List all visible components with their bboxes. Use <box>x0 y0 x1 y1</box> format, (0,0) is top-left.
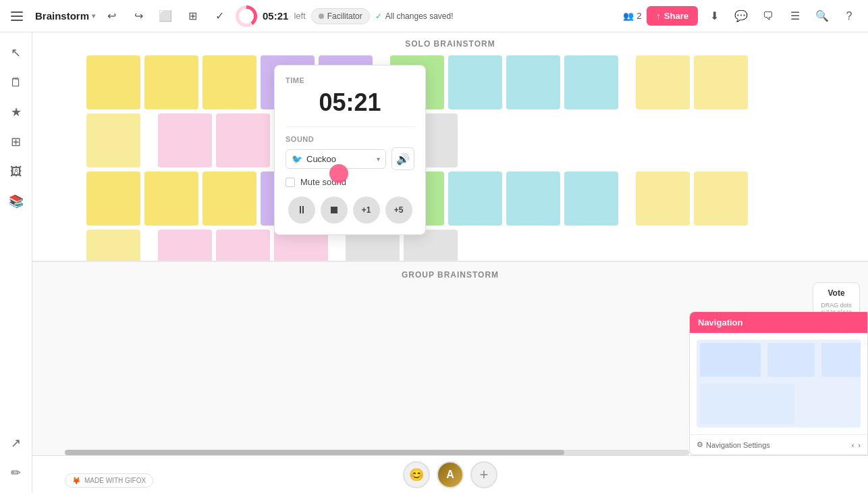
chevron-down-icon: ▾ <box>377 155 380 163</box>
saved-label: All changes saved! <box>385 11 454 21</box>
timer-display: 05:21 <box>263 10 288 22</box>
cursor-indicator <box>329 164 348 183</box>
pause-button[interactable]: ⏸ <box>288 197 315 224</box>
horizontal-scrollbar[interactable] <box>65 450 689 455</box>
timer-left-label: left <box>294 11 305 21</box>
sidebar-grid-tool[interactable]: ⊞ <box>4 130 28 154</box>
users-icon: 👥 <box>623 11 634 21</box>
sticky-note[interactable] <box>144 172 198 226</box>
sticky-note[interactable] <box>564 55 618 109</box>
popup-divider <box>286 126 414 127</box>
nav-panel-body <box>690 333 867 434</box>
nav-arrow-left[interactable]: ‹ <box>852 441 855 449</box>
sidebar: ↖ 🗒 ★ ⊞ 🖼 📚 ↗ ✏ <box>0 32 32 493</box>
download-button[interactable]: ⬇ <box>703 5 725 27</box>
mute-checkbox-row: Mute sound <box>286 177 414 187</box>
gifox-label: MADE WITH GIFOX <box>84 477 146 484</box>
list-button[interactable]: ☰ <box>784 5 806 27</box>
sidebar-cursor-tool[interactable]: ↖ <box>4 41 28 65</box>
zoom-button[interactable]: 🔍 <box>811 5 833 27</box>
sidebar-image-tool[interactable]: 🖼 <box>4 159 28 184</box>
sticky-note[interactable] <box>86 230 140 262</box>
sticky-note[interactable] <box>564 172 618 226</box>
sticky-note[interactable] <box>144 55 198 109</box>
sticky-note[interactable] <box>86 55 140 109</box>
sticky-note[interactable] <box>158 230 212 262</box>
template-button[interactable]: ⊞ <box>182 5 203 27</box>
emoji-icon: 😊 <box>409 467 424 482</box>
sticky-note[interactable] <box>694 55 748 109</box>
volume-button[interactable]: 🔊 <box>391 147 414 170</box>
timer-popup: Time 05:21 Sound 🐦 Cuckoo ▾ 🔊 Mute sound… <box>274 65 426 235</box>
pause-icon: ⏸ <box>296 204 307 216</box>
gifox-icon: 🦊 <box>72 477 80 484</box>
sticky-note[interactable] <box>636 55 690 109</box>
users-button[interactable]: 👥 2 <box>623 11 641 21</box>
sticky-note[interactable] <box>202 172 256 226</box>
add5-label: +5 <box>394 205 404 215</box>
scrollbar-thumb[interactable] <box>65 450 564 455</box>
nav-arrow-right[interactable]: › <box>858 441 861 449</box>
sticky-note[interactable] <box>506 55 560 109</box>
bird-icon: 🐦 <box>292 154 302 164</box>
sticky-note[interactable] <box>448 172 502 226</box>
chat-button[interactable]: 🗨 <box>757 5 779 27</box>
undo-button[interactable]: ↩ <box>101 5 122 27</box>
sidebar-export-tool[interactable]: ↗ <box>4 431 28 455</box>
sticky-note[interactable] <box>86 113 140 167</box>
gear-icon: ⚙ <box>697 440 703 449</box>
nav-panel-header: Navigation <box>690 312 867 333</box>
add-one-minute-button[interactable]: +1 <box>353 197 380 224</box>
sticky-note[interactable] <box>202 55 256 109</box>
share-label: Share <box>664 11 688 21</box>
toolbar: Brainstorm ▾ ↩ ↪ ⬜ ⊞ ✓ 05:21 left Facili… <box>0 0 868 32</box>
nav-mini-canvas[interactable] <box>697 340 861 427</box>
add-five-minutes-button[interactable]: +5 <box>385 197 412 224</box>
sticky-note[interactable] <box>636 172 690 226</box>
main-content: SOLO BRAINSTORM <box>32 32 868 493</box>
facilitator-badge[interactable]: Facilitator <box>311 8 370 24</box>
bottom-bar: 😊 A + <box>32 455 868 493</box>
workspace-name[interactable]: Brainstorm ▾ <box>35 10 95 22</box>
sticky-note[interactable] <box>158 113 212 167</box>
workspace-title: Brainstorm <box>35 10 89 22</box>
sticky-note[interactable] <box>448 55 502 109</box>
nav-settings-button[interactable]: ⚙ Navigation Settings <box>697 440 770 449</box>
time-section-label: Time <box>286 76 414 84</box>
toolbar-left: Brainstorm ▾ ↩ ↪ ⬜ ⊞ ✓ 05:21 left Facili… <box>8 5 618 27</box>
sticky-note[interactable] <box>86 172 140 226</box>
app-menu-button[interactable] <box>8 5 30 27</box>
add-user-button[interactable]: + <box>470 461 497 488</box>
help-button[interactable]: ? <box>838 5 860 27</box>
share-button[interactable]: ↑ Share <box>647 6 698 26</box>
sound-option-label: Cuckoo <box>306 154 336 164</box>
redo-button[interactable]: ↪ <box>128 5 149 27</box>
popup-timer-display: 05:21 <box>286 88 414 117</box>
emoji-button[interactable]: 😊 <box>403 461 430 488</box>
sidebar-library-tool[interactable]: 📚 <box>4 189 28 213</box>
sticky-note[interactable] <box>506 172 560 226</box>
sidebar-sticky-tool[interactable]: 🗒 <box>4 70 28 95</box>
stop-button[interactable]: ⏹ <box>321 197 348 224</box>
check-button[interactable]: ✓ <box>209 5 230 27</box>
sticky-note[interactable] <box>694 172 748 226</box>
comment-button[interactable]: 💬 <box>730 5 752 27</box>
solo-sticky-grid-row2 <box>32 172 868 262</box>
sticky-note[interactable] <box>216 113 270 167</box>
sidebar-pen-tool[interactable]: ✏ <box>4 461 28 485</box>
workspace-chevron: ▾ <box>92 12 95 20</box>
sticky-note[interactable] <box>216 230 270 262</box>
user-avatar[interactable]: A <box>437 461 464 488</box>
check-icon: ✓ <box>375 11 382 21</box>
sound-section-label: Sound <box>286 135 414 143</box>
mute-checkbox[interactable] <box>286 178 295 187</box>
plus-icon: + <box>480 466 489 484</box>
group-section-title: GROUP BRAINSTORM <box>32 262 868 285</box>
solo-section-title: SOLO BRAINSTORM <box>32 32 868 55</box>
sidebar-star-tool[interactable]: ★ <box>4 100 28 124</box>
add1-label: +1 <box>362 205 371 215</box>
frame-button[interactable]: ⬜ <box>155 5 176 27</box>
toolbar-right: 👥 2 ↑ Share ⬇ 💬 🗨 ☰ 🔍 ? <box>623 5 860 27</box>
solo-section: SOLO BRAINSTORM <box>32 32 868 262</box>
timer-section: 05:21 left <box>236 5 306 27</box>
